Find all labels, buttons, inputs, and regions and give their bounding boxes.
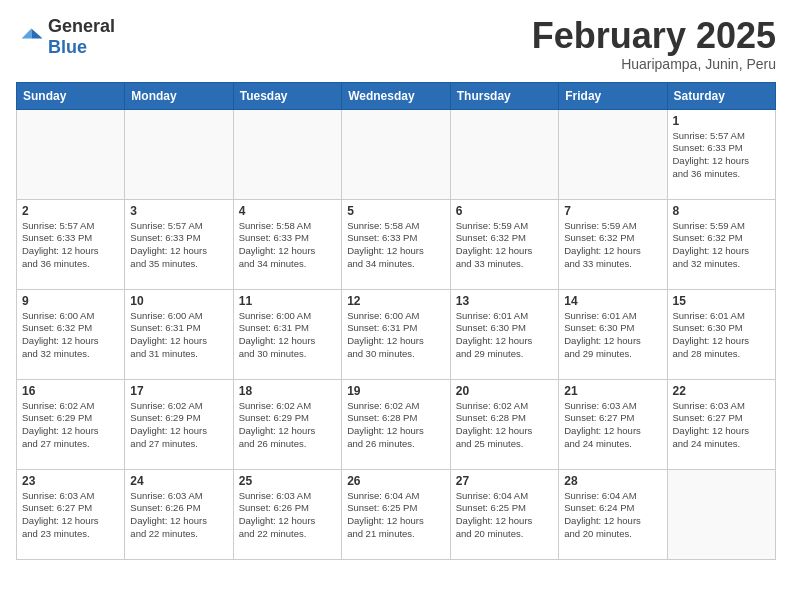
calendar-day: 4Sunrise: 5:58 AMSunset: 6:33 PMDaylight…	[233, 199, 341, 289]
title-block: February 2025 Huaripampa, Junin, Peru	[532, 16, 776, 72]
day-number: 6	[456, 204, 553, 218]
calendar-week-row: 9Sunrise: 6:00 AMSunset: 6:32 PMDaylight…	[17, 289, 776, 379]
day-info: Sunrise: 6:01 AMSunset: 6:30 PMDaylight:…	[673, 310, 771, 361]
day-number: 19	[347, 384, 445, 398]
weekday-header-wednesday: Wednesday	[342, 82, 451, 109]
day-number: 28	[564, 474, 661, 488]
day-info: Sunrise: 5:58 AMSunset: 6:33 PMDaylight:…	[347, 220, 445, 271]
calendar-day: 25Sunrise: 6:03 AMSunset: 6:26 PMDayligh…	[233, 469, 341, 559]
weekday-header-saturday: Saturday	[667, 82, 776, 109]
calendar-week-row: 2Sunrise: 5:57 AMSunset: 6:33 PMDaylight…	[17, 199, 776, 289]
day-number: 24	[130, 474, 227, 488]
day-info: Sunrise: 5:57 AMSunset: 6:33 PMDaylight:…	[673, 130, 771, 181]
calendar-day: 1Sunrise: 5:57 AMSunset: 6:33 PMDaylight…	[667, 109, 776, 199]
day-info: Sunrise: 5:58 AMSunset: 6:33 PMDaylight:…	[239, 220, 336, 271]
calendar-week-row: 1Sunrise: 5:57 AMSunset: 6:33 PMDaylight…	[17, 109, 776, 199]
day-number: 27	[456, 474, 553, 488]
weekday-header-monday: Monday	[125, 82, 233, 109]
day-info: Sunrise: 6:02 AMSunset: 6:28 PMDaylight:…	[456, 400, 553, 451]
day-number: 25	[239, 474, 336, 488]
day-number: 16	[22, 384, 119, 398]
day-number: 14	[564, 294, 661, 308]
day-info: Sunrise: 6:04 AMSunset: 6:25 PMDaylight:…	[456, 490, 553, 541]
calendar-day	[17, 109, 125, 199]
day-number: 10	[130, 294, 227, 308]
calendar-day	[233, 109, 341, 199]
day-number: 13	[456, 294, 553, 308]
day-info: Sunrise: 6:04 AMSunset: 6:24 PMDaylight:…	[564, 490, 661, 541]
calendar-week-row: 23Sunrise: 6:03 AMSunset: 6:27 PMDayligh…	[17, 469, 776, 559]
day-info: Sunrise: 6:03 AMSunset: 6:27 PMDaylight:…	[564, 400, 661, 451]
calendar-day	[342, 109, 451, 199]
day-info: Sunrise: 6:00 AMSunset: 6:32 PMDaylight:…	[22, 310, 119, 361]
day-info: Sunrise: 6:01 AMSunset: 6:30 PMDaylight:…	[564, 310, 661, 361]
calendar-day: 19Sunrise: 6:02 AMSunset: 6:28 PMDayligh…	[342, 379, 451, 469]
day-info: Sunrise: 6:02 AMSunset: 6:28 PMDaylight:…	[347, 400, 445, 451]
day-number: 18	[239, 384, 336, 398]
day-number: 26	[347, 474, 445, 488]
day-number: 1	[673, 114, 771, 128]
weekday-header-friday: Friday	[559, 82, 667, 109]
calendar-day: 17Sunrise: 6:02 AMSunset: 6:29 PMDayligh…	[125, 379, 233, 469]
day-number: 7	[564, 204, 661, 218]
day-number: 9	[22, 294, 119, 308]
calendar-day: 21Sunrise: 6:03 AMSunset: 6:27 PMDayligh…	[559, 379, 667, 469]
logo-blue: Blue	[48, 37, 87, 57]
calendar-day: 20Sunrise: 6:02 AMSunset: 6:28 PMDayligh…	[450, 379, 558, 469]
svg-marker-0	[31, 29, 42, 39]
logo: General Blue	[16, 16, 115, 58]
day-number: 5	[347, 204, 445, 218]
calendar-day: 10Sunrise: 6:00 AMSunset: 6:31 PMDayligh…	[125, 289, 233, 379]
calendar-day: 12Sunrise: 6:00 AMSunset: 6:31 PMDayligh…	[342, 289, 451, 379]
day-info: Sunrise: 5:57 AMSunset: 6:33 PMDaylight:…	[130, 220, 227, 271]
calendar-day: 5Sunrise: 5:58 AMSunset: 6:33 PMDaylight…	[342, 199, 451, 289]
day-number: 15	[673, 294, 771, 308]
calendar-day	[450, 109, 558, 199]
calendar-day: 6Sunrise: 5:59 AMSunset: 6:32 PMDaylight…	[450, 199, 558, 289]
weekday-header-thursday: Thursday	[450, 82, 558, 109]
weekday-header-sunday: Sunday	[17, 82, 125, 109]
day-info: Sunrise: 6:04 AMSunset: 6:25 PMDaylight:…	[347, 490, 445, 541]
day-number: 8	[673, 204, 771, 218]
calendar-day: 18Sunrise: 6:02 AMSunset: 6:29 PMDayligh…	[233, 379, 341, 469]
weekday-header-row: SundayMondayTuesdayWednesdayThursdayFrid…	[17, 82, 776, 109]
calendar-day	[125, 109, 233, 199]
day-info: Sunrise: 6:03 AMSunset: 6:26 PMDaylight:…	[130, 490, 227, 541]
calendar-day	[559, 109, 667, 199]
day-number: 20	[456, 384, 553, 398]
calendar-week-row: 16Sunrise: 6:02 AMSunset: 6:29 PMDayligh…	[17, 379, 776, 469]
day-info: Sunrise: 5:57 AMSunset: 6:33 PMDaylight:…	[22, 220, 119, 271]
day-info: Sunrise: 6:00 AMSunset: 6:31 PMDaylight:…	[239, 310, 336, 361]
day-number: 11	[239, 294, 336, 308]
logo-general: General	[48, 16, 115, 36]
day-number: 23	[22, 474, 119, 488]
svg-marker-1	[22, 29, 32, 39]
calendar-day: 8Sunrise: 5:59 AMSunset: 6:32 PMDaylight…	[667, 199, 776, 289]
day-info: Sunrise: 6:02 AMSunset: 6:29 PMDaylight:…	[22, 400, 119, 451]
day-info: Sunrise: 6:03 AMSunset: 6:26 PMDaylight:…	[239, 490, 336, 541]
day-info: Sunrise: 6:01 AMSunset: 6:30 PMDaylight:…	[456, 310, 553, 361]
day-info: Sunrise: 6:03 AMSunset: 6:27 PMDaylight:…	[673, 400, 771, 451]
calendar-day: 24Sunrise: 6:03 AMSunset: 6:26 PMDayligh…	[125, 469, 233, 559]
calendar-day: 28Sunrise: 6:04 AMSunset: 6:24 PMDayligh…	[559, 469, 667, 559]
day-info: Sunrise: 6:02 AMSunset: 6:29 PMDaylight:…	[130, 400, 227, 451]
calendar-day: 22Sunrise: 6:03 AMSunset: 6:27 PMDayligh…	[667, 379, 776, 469]
day-number: 21	[564, 384, 661, 398]
calendar-day: 27Sunrise: 6:04 AMSunset: 6:25 PMDayligh…	[450, 469, 558, 559]
calendar-day: 16Sunrise: 6:02 AMSunset: 6:29 PMDayligh…	[17, 379, 125, 469]
day-info: Sunrise: 5:59 AMSunset: 6:32 PMDaylight:…	[564, 220, 661, 271]
day-number: 3	[130, 204, 227, 218]
calendar-day: 14Sunrise: 6:01 AMSunset: 6:30 PMDayligh…	[559, 289, 667, 379]
calendar-day: 2Sunrise: 5:57 AMSunset: 6:33 PMDaylight…	[17, 199, 125, 289]
day-info: Sunrise: 6:00 AMSunset: 6:31 PMDaylight:…	[347, 310, 445, 361]
day-info: Sunrise: 5:59 AMSunset: 6:32 PMDaylight:…	[456, 220, 553, 271]
day-info: Sunrise: 5:59 AMSunset: 6:32 PMDaylight:…	[673, 220, 771, 271]
logo-icon	[16, 23, 44, 51]
day-number: 22	[673, 384, 771, 398]
calendar-day: 15Sunrise: 6:01 AMSunset: 6:30 PMDayligh…	[667, 289, 776, 379]
calendar-day: 26Sunrise: 6:04 AMSunset: 6:25 PMDayligh…	[342, 469, 451, 559]
month-title: February 2025	[532, 16, 776, 56]
day-info: Sunrise: 6:02 AMSunset: 6:29 PMDaylight:…	[239, 400, 336, 451]
day-number: 4	[239, 204, 336, 218]
calendar-day: 9Sunrise: 6:00 AMSunset: 6:32 PMDaylight…	[17, 289, 125, 379]
